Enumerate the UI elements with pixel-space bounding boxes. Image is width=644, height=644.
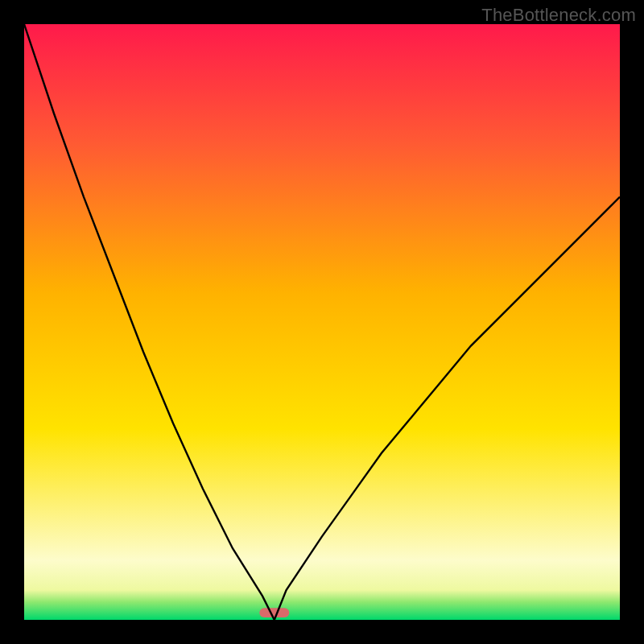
notch-marker xyxy=(259,608,289,617)
watermark-text: TheBottleneck.com xyxy=(481,5,636,26)
bottleneck-chart xyxy=(24,24,620,620)
chart-frame: TheBottleneck.com xyxy=(0,0,644,644)
chart-plot-area xyxy=(24,24,620,620)
gradient-background xyxy=(24,24,620,620)
